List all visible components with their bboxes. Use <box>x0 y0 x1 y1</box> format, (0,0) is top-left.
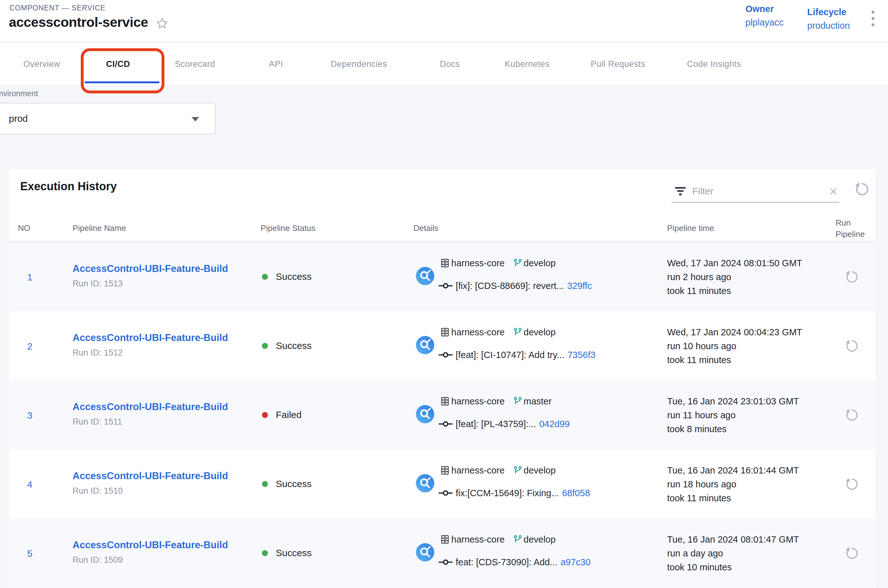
pipeline-time-took: took 11 minutes <box>667 353 802 367</box>
run-pipeline-icon[interactable] <box>844 269 859 286</box>
table-row: 4 AccessControl-UBI-Feature-Build Run ID… <box>9 450 876 519</box>
commit-line: [feat]: [CI-10747]: Add try... 7356f3 <box>439 348 595 362</box>
tab-code-insights[interactable]: Code Insights <box>687 59 741 69</box>
filter-icon <box>674 186 687 198</box>
harness-ci-icon <box>416 405 434 424</box>
environment-label: Environment <box>0 89 38 98</box>
clear-filter-icon[interactable] <box>828 186 839 198</box>
run-id: Run ID: 1513 <box>72 279 123 289</box>
git-commit-icon <box>439 559 452 566</box>
lifecycle-meta: Lifecycle production <box>807 7 850 31</box>
status-dot-icon <box>262 481 268 487</box>
commit-message: fix:[CCM-15649]: Fixing... <box>456 488 559 498</box>
commit-hash-link[interactable]: 68f058 <box>562 488 590 498</box>
pipeline-time-took: took 11 minutes <box>667 491 799 505</box>
branch-name: master <box>523 396 551 406</box>
repo-name: harness-core <box>451 534 505 545</box>
status-dot-icon <box>262 274 268 280</box>
execution-history-card: Execution History NO Pipeline Name Pipel… <box>9 169 876 588</box>
commit-hash-link[interactable]: 329ffc <box>567 281 592 291</box>
harness-ci-icon <box>416 474 434 494</box>
run-pipeline-icon[interactable] <box>844 408 859 424</box>
status-text: Success <box>276 548 311 558</box>
run-pipeline-icon[interactable] <box>844 339 859 355</box>
status-text: Success <box>276 340 311 351</box>
run-pipeline-icon[interactable] <box>844 477 859 493</box>
branch-name: develop <box>523 327 556 338</box>
pipeline-name-link[interactable]: AccessControl-UBI-Feature-Build <box>72 263 228 274</box>
table-body: 1 AccessControl-UBI-Feature-Build Run ID… <box>9 242 876 588</box>
run-pipeline-icon[interactable] <box>844 546 859 562</box>
tab-kubernetes[interactable]: Kubernetes <box>505 59 550 69</box>
status-text: Success <box>276 271 311 282</box>
commit-line: fix:[CCM-15649]: Fixing... 68f058 <box>439 486 590 500</box>
page-title: accesscontrol-service <box>9 15 148 30</box>
git-branch-icon <box>513 396 523 406</box>
status-dot-icon <box>262 412 268 418</box>
git-commit-icon <box>439 490 452 496</box>
table-row: 5 AccessControl-UBI-Feature-Build Run ID… <box>9 519 876 588</box>
pipeline-time-full: Tue, 16 Jan 2024 23:01:03 GMT <box>667 394 799 408</box>
tab-scorecard[interactable]: Scorecard <box>175 59 215 69</box>
tab-api[interactable]: API <box>269 59 283 69</box>
repo-branch-line: harness-core master <box>440 394 551 408</box>
status-text: Success <box>276 478 311 489</box>
owner-value[interactable]: plplayacc <box>745 17 784 28</box>
tab-docs[interactable]: Docs <box>440 59 460 69</box>
tab-overview[interactable]: Overview <box>23 59 60 69</box>
tab-cicd[interactable]: CI/CD <box>106 59 130 69</box>
commit-message: [feat]: [CI-10747]: Add try... <box>456 350 564 360</box>
pipeline-time-ago: run 11 hours ago <box>667 408 799 422</box>
table-row: 1 AccessControl-UBI-Feature-Build Run ID… <box>9 242 876 311</box>
table-row: 3 AccessControl-UBI-Feature-Build Run ID… <box>9 380 876 450</box>
lifecycle-value: production <box>807 21 850 31</box>
pipeline-time: Tue, 16 Jan 2024 23:01:03 GMT run 11 hou… <box>667 394 799 436</box>
refresh-list-icon[interactable] <box>854 181 870 199</box>
run-id: Run ID: 1512 <box>72 348 123 358</box>
branch-name: develop <box>523 465 556 476</box>
pipeline-time-full: Wed, 17 Jan 2024 00:04:23 GMT <box>667 325 802 339</box>
pipeline-time-ago: run a day ago <box>667 546 799 560</box>
pipeline-time: Tue, 16 Jan 2024 16:01:44 GMT run 18 hou… <box>667 464 799 505</box>
filter-input[interactable] <box>692 183 809 200</box>
repo-name: harness-core <box>451 258 505 268</box>
run-id: Run ID: 1509 <box>72 555 123 565</box>
tab-dependencies[interactable]: Dependencies <box>331 59 387 69</box>
more-options-kebab-icon[interactable] <box>871 11 874 26</box>
pipeline-time-full: Wed, 17 Jan 2024 08:01:50 GMT <box>667 256 802 270</box>
pipeline-name-link[interactable]: AccessControl-UBI-Feature-Build <box>72 470 228 482</box>
pipeline-name-link[interactable]: AccessControl-UBI-Feature-Build <box>72 332 228 344</box>
column-header-time: Pipeline time <box>667 224 714 233</box>
commit-message: feat: [CDS-73090]: Add... <box>456 557 557 567</box>
pipeline-time-took: took 11 minutes <box>667 284 802 298</box>
repository-icon <box>440 327 450 338</box>
pipeline-time-took: took 8 minutes <box>667 422 799 436</box>
git-branch-icon <box>513 258 523 268</box>
commit-hash-link[interactable]: 042d99 <box>539 419 570 429</box>
commit-hash-link[interactable]: a97c30 <box>560 557 590 567</box>
favorite-star-icon[interactable] <box>156 17 169 30</box>
repository-icon <box>440 534 450 545</box>
breadcrumb: COMPONENT — SERVICE <box>9 4 105 12</box>
pipeline-name-link[interactable]: AccessControl-UBI-Feature-Build <box>72 401 228 412</box>
row-number: 5 <box>27 548 33 559</box>
commit-line: [fix]: [CDS-88669]: revert... 329ffc <box>439 279 592 293</box>
repo-branch-line: harness-core develop <box>440 532 556 546</box>
pipeline-time-ago: run 10 hours ago <box>667 339 802 353</box>
commit-message: [fix]: [CDS-88669]: revert... <box>456 281 564 291</box>
tab-pull-requests[interactable]: Pull Requests <box>591 59 645 69</box>
environment-select[interactable]: prod <box>0 103 216 134</box>
repo-branch-line: harness-core develop <box>440 256 556 270</box>
commit-line: [feat]: [PL-43759]:... 042d99 <box>439 417 570 431</box>
column-header-name: Pipeline Name <box>72 224 126 233</box>
row-number: 4 <box>27 479 33 490</box>
pipeline-name-link[interactable]: AccessControl-UBI-Feature-Build <box>72 539 228 551</box>
row-number: 2 <box>27 341 33 352</box>
branch-name: develop <box>523 534 556 545</box>
repo-branch-line: harness-core develop <box>440 325 556 339</box>
table-row: 2 AccessControl-UBI-Feature-Build Run ID… <box>9 311 876 380</box>
table-header-row: NO Pipeline Name Pipeline Status Details… <box>9 214 876 242</box>
active-tab-underline <box>84 81 159 83</box>
lifecycle-label: Lifecycle <box>807 7 850 17</box>
commit-hash-link[interactable]: 7356f3 <box>567 350 595 360</box>
